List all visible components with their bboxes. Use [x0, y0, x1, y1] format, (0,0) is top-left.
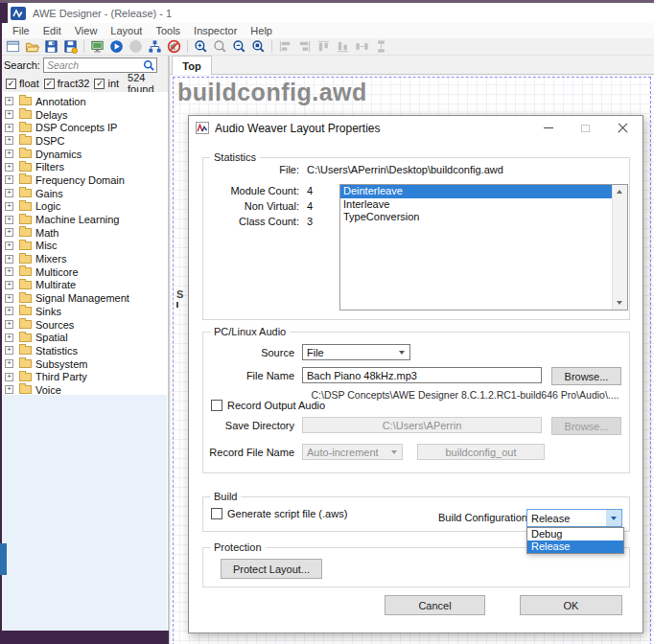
- stat-value: 4: [307, 200, 313, 212]
- mute-audio-button[interactable]: [165, 39, 183, 55]
- search-icon[interactable]: [143, 59, 155, 72]
- source-combobox[interactable]: File: [302, 344, 410, 360]
- expand-icon[interactable]: +: [5, 373, 13, 381]
- expand-icon[interactable]: +: [5, 294, 13, 303]
- checkbox-int[interactable]: ✓: [94, 79, 105, 89]
- menu-tools[interactable]: Tools: [149, 25, 187, 36]
- tree-item-frequency-domain[interactable]: +Frequency Domain: [2, 173, 167, 187]
- save-as-button[interactable]: [61, 39, 80, 55]
- file-name-input[interactable]: Bach Piano 48kHz.mp3: [302, 367, 542, 383]
- expand-icon[interactable]: +: [5, 189, 13, 197]
- menu-edit[interactable]: Edit: [36, 25, 68, 36]
- expand-icon[interactable]: +: [5, 267, 13, 276]
- dialog-maximize-button[interactable]: [567, 116, 604, 140]
- cancel-button[interactable]: Cancel: [385, 595, 485, 615]
- build-option-debug[interactable]: Debug: [527, 528, 623, 540]
- expand-icon[interactable]: +: [5, 150, 13, 158]
- connect-target-button[interactable]: [88, 39, 106, 55]
- module-class-interleave[interactable]: Interleave: [340, 198, 613, 212]
- expand-icon[interactable]: +: [5, 110, 13, 119]
- tree-item-delays[interactable]: +Delays: [2, 108, 167, 122]
- expand-icon[interactable]: +: [5, 255, 13, 264]
- expand-icon[interactable]: +: [5, 136, 13, 145]
- scroll-up-icon[interactable]: [617, 190, 622, 194]
- menu-file[interactable]: File: [6, 25, 36, 36]
- zoom-out-button[interactable]: [230, 39, 248, 55]
- scroll-down-icon[interactable]: [617, 301, 622, 305]
- file-name-label: File Name: [205, 370, 294, 381]
- tree-item-dspc[interactable]: +DSPC: [2, 134, 167, 148]
- listbox-scrollbar[interactable]: [612, 185, 627, 310]
- expand-icon[interactable]: +: [5, 124, 13, 132]
- combo-arrow-box[interactable]: [606, 510, 621, 526]
- new-layout-button[interactable]: [4, 39, 22, 55]
- desktop-edge-bottom: [0, 631, 169, 644]
- dialog-minimize-button[interactable]: [529, 116, 567, 140]
- browse-file-button[interactable]: Browse...: [551, 367, 621, 385]
- record-output-audio-checkbox[interactable]: Record Output Audio: [211, 400, 325, 411]
- expand-icon[interactable]: +: [5, 163, 13, 172]
- expand-icon[interactable]: +: [5, 307, 13, 315]
- module-classes-listbox[interactable]: DeinterleaveInterleaveTypeConversion: [339, 184, 628, 310]
- generate-script-checkbox[interactable]: Generate script file (.aws): [211, 508, 347, 519]
- build-configuration-combobox[interactable]: Release: [526, 509, 622, 527]
- dialog-close-button[interactable]: [604, 116, 642, 140]
- menu-help[interactable]: Help: [244, 25, 279, 36]
- build-option-release[interactable]: Release: [527, 540, 623, 553]
- tree-item-dynamics[interactable]: +Dynamics: [2, 148, 167, 161]
- open-file-button[interactable]: [23, 39, 41, 55]
- tree-item-sinks[interactable]: +Sinks: [2, 305, 167, 318]
- zoom-fit-button[interactable]: [249, 39, 268, 55]
- zoom-in-button[interactable]: [192, 39, 210, 55]
- tree-item-third-party[interactable]: +Third Party: [2, 370, 167, 383]
- tree-item-multirate[interactable]: +Multirate: [2, 279, 167, 292]
- tree-item-logic[interactable]: +Logic: [2, 200, 167, 214]
- expand-icon[interactable]: +: [5, 202, 13, 211]
- tree-item-subsystem[interactable]: +Subsystem: [2, 357, 167, 371]
- module-class-deinterleave[interactable]: Deinterleave: [340, 185, 613, 198]
- menu-layout[interactable]: Layout: [104, 25, 149, 36]
- expand-icon[interactable]: +: [5, 346, 13, 355]
- folder-icon: [19, 97, 32, 105]
- checkbox-fract32[interactable]: ✓: [44, 79, 55, 89]
- save-button[interactable]: [42, 39, 60, 55]
- dialog-title: Audio Weaver Layout Properties: [215, 122, 381, 135]
- expand-icon[interactable]: +: [5, 228, 13, 237]
- tree-item-dsp-concepts-ip[interactable]: +DSP Concepts IP: [2, 121, 167, 134]
- search-box: [43, 58, 157, 73]
- expand-icon[interactable]: +: [5, 281, 13, 289]
- tree-item-annotation[interactable]: +Annotation: [2, 95, 167, 108]
- tree-item-spatial[interactable]: +Spatial: [2, 331, 167, 344]
- checkbox-float[interactable]: ✓: [6, 79, 16, 89]
- expand-icon[interactable]: +: [5, 320, 13, 329]
- tree-item-label: Math: [35, 227, 58, 239]
- tree-item-filters[interactable]: +Filters: [2, 160, 167, 173]
- module-class-typeconversion[interactable]: TypeConversion: [340, 211, 613, 224]
- tree-item-machine-learning[interactable]: +Machine Learning: [2, 213, 167, 226]
- menu-inspector[interactable]: Inspector: [187, 25, 244, 36]
- stat-value: 3: [307, 216, 313, 227]
- play-audio-button[interactable]: [107, 39, 126, 55]
- expand-icon[interactable]: +: [5, 359, 13, 368]
- stat-value: 4: [307, 185, 313, 196]
- tree-item-sources[interactable]: +Sources: [2, 318, 167, 332]
- tree-item-statistics[interactable]: +Statistics: [2, 344, 167, 357]
- tree-item-signal-management[interactable]: +Signal Management: [2, 291, 167, 305]
- tab-top[interactable]: Top: [172, 56, 212, 75]
- expand-icon[interactable]: +: [5, 242, 13, 250]
- expand-icon[interactable]: +: [5, 334, 13, 342]
- expand-icon[interactable]: +: [5, 175, 13, 184]
- expand-icon[interactable]: +: [5, 216, 13, 224]
- tree-item-gains[interactable]: +Gains: [2, 187, 167, 200]
- expand-icon[interactable]: +: [5, 385, 13, 394]
- ok-button[interactable]: OK: [520, 595, 622, 615]
- protect-layout-button[interactable]: Protect Layout...: [221, 559, 322, 579]
- profile-layout-button[interactable]: [146, 39, 164, 55]
- tree-item-mixers[interactable]: +Mixers: [2, 252, 167, 265]
- search-input[interactable]: [44, 58, 143, 72]
- tree-item-misc[interactable]: +Misc: [2, 240, 167, 253]
- tree-item-multicore[interactable]: +Multicore: [2, 265, 167, 279]
- menu-view[interactable]: View: [68, 25, 105, 36]
- expand-icon[interactable]: +: [5, 97, 13, 105]
- tree-item-math[interactable]: +Math: [2, 226, 167, 240]
